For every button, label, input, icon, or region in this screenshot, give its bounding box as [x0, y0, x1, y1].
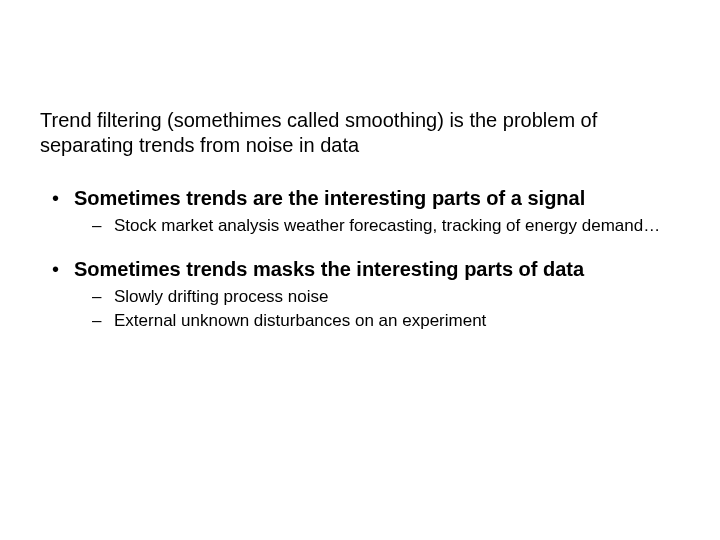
sub-list-item: External unknown disturbances on an expe… [74, 310, 680, 332]
sub-list-item: Slowly drifting process noise [74, 286, 680, 308]
bullet-list: Sometimes trends are the interesting par… [40, 186, 680, 332]
list-item: Sometimes trends masks the interesting p… [40, 257, 680, 332]
bullet-text: Sometimes trends masks the interesting p… [74, 258, 584, 280]
sub-list: Stock market analysis weather forecastin… [74, 215, 680, 237]
sub-list-item: Stock market analysis weather forecastin… [74, 215, 680, 237]
intro-text: Trend filtering (somethimes called smoot… [40, 108, 680, 158]
slide: Trend filtering (somethimes called smoot… [0, 0, 720, 540]
sub-list: Slowly drifting process noise External u… [74, 286, 680, 332]
list-item: Sometimes trends are the interesting par… [40, 186, 680, 237]
bullet-text: Sometimes trends are the interesting par… [74, 187, 585, 209]
